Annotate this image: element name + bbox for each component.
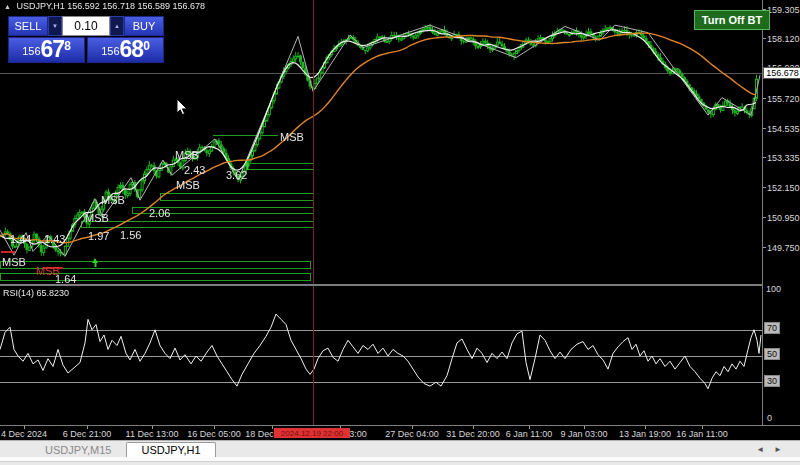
msb-annotation-label: MSB	[2, 256, 26, 268]
time-axis-label: 4 Dec 2024	[1, 429, 47, 439]
chart-ohlc-quotes: 156.592 156.718 156.589 156.678	[67, 1, 205, 11]
price-axis-label: 150.950	[767, 213, 800, 223]
price-axis-tick	[763, 157, 766, 158]
price-axis-label: 153.335	[767, 153, 800, 163]
time-axis-label: 27 Dec 04:00	[385, 429, 439, 439]
ask-prefix: 156	[101, 41, 119, 61]
one-click-trading-widget: SELL ▼ ▲ BUY 156678 156680	[8, 16, 164, 63]
price-axis-tick	[763, 98, 766, 99]
mt-terminal-window: { "window": { "collapse_icon": "▲", "tit…	[0, 0, 800, 465]
time-axis-label: 13 Jan 19:00	[619, 429, 671, 439]
rsi-level-tag: 70	[764, 322, 780, 334]
bid-prefix: 156	[22, 41, 40, 61]
current-price-tag: 156.678	[763, 67, 800, 79]
ask-main-digits: 68	[120, 38, 144, 61]
time-axis-label: 11 Dec 13:00	[126, 429, 179, 439]
msb-annotation-label: MSB	[280, 131, 304, 143]
msb-annotation-label: MSB	[101, 194, 125, 206]
chart-title: ▲ USDJPY,H1 156.592 156.718 156.589 156.…	[4, 1, 205, 11]
time-axis-label: 6 Jan 11:00	[506, 429, 552, 439]
chart-tab-bar: USDJPY,M15USDJPY,H1 ◄►	[0, 440, 800, 465]
price-axis-tick	[763, 128, 766, 129]
bid-price-panel[interactable]: 156678	[8, 37, 85, 63]
time-axis-label: 9 Jan 03:00	[560, 429, 607, 439]
rsi-indicator-canvas[interactable]	[0, 286, 762, 425]
rsi-level-tag: 30	[764, 375, 780, 387]
bid-main-digits: 67	[41, 38, 65, 61]
msb-annotation-label: MSB	[175, 149, 199, 161]
price-axis-label: 158.120	[767, 34, 800, 44]
measure-value-label: 2.43	[184, 164, 205, 176]
turn-off-bt-button[interactable]: Turn Off BT	[694, 10, 770, 30]
tab-scroll-right-icon[interactable]: ►	[774, 445, 792, 454]
time-axis-label: 16 Jan 11:00	[676, 429, 727, 439]
measure-value-label: 1.44	[10, 233, 31, 245]
measure-value-label: 1.97	[88, 230, 109, 242]
price-axis-label: 154.535	[767, 124, 800, 134]
rsi-axis-top-label: 100	[766, 284, 781, 294]
msb-annotation-label: MSB	[176, 179, 200, 191]
collapse-one-click-icon[interactable]: ▲	[4, 3, 11, 10]
time-axis-label: 6 Dec 21:00	[63, 429, 112, 439]
ask-pip-digit: 0	[143, 40, 150, 52]
chart-tab-usdjpy-m15[interactable]: USDJPY,M15	[30, 442, 126, 457]
measure-value-label: 1.64	[55, 273, 76, 285]
tab-bar-strip	[0, 457, 800, 462]
price-axis-tick	[763, 217, 766, 218]
price-axis-label: 149.750	[767, 243, 800, 253]
mouse-cursor-icon	[176, 98, 188, 116]
time-axis-label: 31 Dec 20:00	[446, 429, 500, 439]
price-axis-label: 159.305	[767, 5, 800, 15]
sell-button[interactable]: SELL	[8, 16, 48, 36]
price-axis-tick	[763, 38, 766, 39]
buy-button[interactable]: BUY	[124, 16, 164, 36]
price-axis-tick	[763, 187, 766, 188]
panel-divider[interactable]	[0, 284, 762, 286]
rsi-level-tag: 50	[764, 348, 780, 360]
tab-scroll-left-icon[interactable]: ◄	[756, 445, 774, 454]
price-axis-tick	[763, 247, 766, 248]
chart-tab-usdjpy-h1[interactable]: USDJPY,H1	[126, 442, 215, 457]
measure-value-label: 1.43	[44, 233, 65, 245]
chart-symbol-period: USDJPY,H1	[16, 1, 64, 11]
measure-value-label: 2.06	[149, 207, 170, 219]
price-axis-label: 155.720	[767, 94, 800, 104]
bid-pip-digit: 8	[64, 40, 71, 52]
measure-value-label: 3.62	[226, 169, 247, 181]
measure-value-label: 1.56	[120, 229, 141, 241]
price-axis-label: 152.150	[767, 183, 800, 193]
time-axis[interactable]: 4 Dec 20246 Dec 21:0011 Dec 13:0016 Dec …	[0, 425, 800, 440]
volume-input[interactable]	[62, 16, 110, 36]
rsi-indicator-label: RSI(14) 65.8230	[3, 288, 69, 298]
volume-decrease-button[interactable]: ▼	[48, 16, 62, 36]
vline-time-marker: 2024.12.19 22:00	[274, 428, 350, 438]
ask-price-panel[interactable]: 156680	[87, 37, 164, 63]
rsi-axis-bottom-label: 0	[767, 413, 772, 423]
price-axis[interactable]: 159.305158.120156.920155.720154.535153.3…	[762, 0, 800, 425]
time-axis-label: 16 Dec 05:00	[187, 429, 241, 439]
msb-annotation-label: MSB	[85, 212, 109, 224]
volume-increase-button[interactable]: ▲	[110, 16, 124, 36]
